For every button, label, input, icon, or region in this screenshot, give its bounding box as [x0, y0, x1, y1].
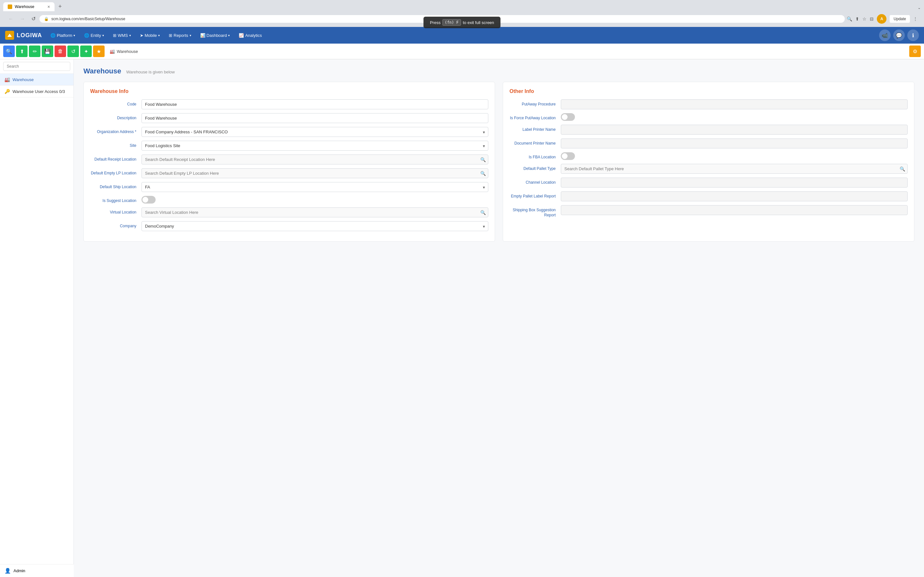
window-controls[interactable]: ⌄ — [918, 5, 921, 10]
logo-text: LOGIWA — [17, 32, 42, 39]
toolbar-edit-button[interactable]: ✏ — [29, 45, 40, 57]
org-address-select[interactable]: Food Company Address - SAN FRANCISCO — [142, 127, 488, 137]
default-pallet-type-input[interactable] — [561, 164, 908, 174]
settings-gear-button[interactable]: ⚙ — [909, 45, 921, 57]
user-avatar[interactable]: A — [877, 14, 887, 24]
video-button[interactable]: 📹 — [879, 29, 891, 41]
browser-nav-controls: ← → ↺ — [6, 13, 37, 25]
sidebar-item-warehouse[interactable]: 🏭 Warehouse — [0, 74, 73, 85]
default-ship-select[interactable]: FA — [142, 182, 488, 192]
forward-button[interactable]: → — [18, 15, 27, 23]
company-select[interactable]: DemoCompany — [142, 221, 488, 231]
nav-dashboard[interactable]: 📊 Dashboard ▾ — [196, 31, 234, 40]
sidebar-user-access-label: Warehouse User Access 0/3 — [13, 89, 65, 94]
logo-area[interactable]: LOGIWA — [5, 31, 42, 40]
label-printer-row: Label Printer Name — [509, 125, 908, 135]
other-info-title: Other Info — [509, 89, 908, 94]
toolbar-move-button[interactable]: ✦ — [80, 45, 92, 57]
page-subtitle: Warehouse is given below — [126, 69, 174, 74]
default-empty-lp-label: Default Empty LP Location — [90, 168, 142, 176]
main-content: Warehouse Warehouse is given below Wareh… — [74, 59, 924, 577]
default-pallet-type-label: Default Pallet Type — [509, 164, 561, 171]
is-suggest-location-row: Is Suggest Location — [90, 196, 488, 203]
bookmark-icon[interactable]: ☆ — [863, 16, 867, 21]
putaway-procedure-label: PutAway Procedure — [509, 99, 561, 107]
description-input[interactable] — [142, 113, 488, 123]
update-button[interactable]: Update — [890, 15, 910, 23]
platform-globe-icon: 🌐 — [50, 33, 55, 38]
is-force-putaway-field — [561, 113, 908, 121]
top-nav: LOGIWA 🌐 Platform ▾ 🌐 Entity ▾ ⊞ WMS ▾ ➤… — [0, 27, 924, 44]
profile-icon[interactable]: ⊟ — [870, 16, 874, 21]
more-options-icon[interactable]: ⋮ — [913, 16, 918, 21]
active-tab[interactable]: Warehouse × — [3, 2, 55, 11]
nav-mobile[interactable]: ➤ Mobile ▾ — [136, 31, 164, 40]
nav-reports[interactable]: ⊞ Reports ▾ — [165, 31, 195, 40]
empty-pallet-label-input[interactable] — [561, 191, 908, 201]
org-address-row: Organization Address * Food Company Addr… — [90, 127, 488, 137]
sidebar-search-area — [0, 59, 73, 74]
nav-analytics-label: Analytics — [245, 33, 262, 38]
new-tab-button[interactable]: + — [56, 2, 65, 11]
tab-close-button[interactable]: × — [47, 4, 50, 9]
default-empty-lp-row: Default Empty LP Location 🔍 — [90, 168, 488, 178]
sidebar-item-warehouse-user-access[interactable]: 🔑 Warehouse User Access 0/3 — [0, 85, 73, 97]
sidebar-user-label: Admin — [13, 568, 25, 573]
reload-button[interactable]: ↺ — [29, 15, 37, 23]
channel-location-label: Channel Location — [509, 177, 561, 185]
toolbar-delete-button[interactable]: 🗑 — [55, 45, 66, 57]
virtual-location-field: 🔍 — [142, 207, 488, 218]
code-input[interactable] — [142, 99, 488, 109]
info-button[interactable]: ℹ — [907, 29, 919, 41]
virtual-location-input[interactable] — [142, 207, 488, 218]
is-fba-location-toggle[interactable] — [561, 152, 575, 160]
putaway-procedure-input[interactable] — [561, 99, 908, 109]
entity-caret-icon: ▾ — [102, 34, 104, 37]
share-icon[interactable]: ⬆ — [855, 16, 859, 21]
breadcrumb-label: Warehouse — [117, 49, 138, 54]
is-force-putaway-toggle[interactable] — [561, 113, 575, 121]
nav-wms[interactable]: ⊞ WMS ▾ — [109, 31, 135, 40]
channel-location-input[interactable] — [561, 177, 908, 187]
is-force-putaway-slider — [561, 113, 575, 121]
back-button[interactable]: ← — [6, 15, 15, 23]
default-receipt-row: Default Receipt Location 🔍 — [90, 155, 488, 164]
chat-button[interactable]: 💬 — [893, 29, 905, 41]
mobile-caret-icon: ▾ — [158, 34, 160, 37]
nav-platform[interactable]: 🌐 Platform ▾ — [47, 31, 79, 40]
is-fba-location-label: Is FBA Location — [509, 152, 561, 160]
toolbar-upload-button[interactable]: ⬆ — [16, 45, 27, 57]
org-address-label: Organization Address * — [90, 127, 142, 135]
company-field: DemoCompany — [142, 221, 488, 231]
nav-entity[interactable]: 🌐 Entity ▾ — [80, 31, 108, 40]
default-receipt-search-icon: 🔍 — [480, 157, 486, 162]
label-printer-field — [561, 125, 908, 135]
label-printer-input[interactable] — [561, 125, 908, 135]
sidebar-search-input[interactable] — [3, 62, 70, 71]
default-receipt-input[interactable] — [142, 155, 488, 164]
channel-location-row: Channel Location — [509, 177, 908, 187]
description-field — [142, 113, 488, 123]
is-suggest-location-toggle[interactable] — [142, 196, 156, 203]
empty-pallet-label-field — [561, 191, 908, 201]
toolbar-save-button[interactable]: 💾 — [42, 45, 53, 57]
fullscreen-prefix: Press — [430, 20, 441, 25]
code-label: Code — [90, 99, 142, 107]
nav-analytics[interactable]: 📈 Analytics — [235, 31, 266, 40]
reports-caret-icon: ▾ — [190, 34, 191, 37]
default-receipt-field: 🔍 — [142, 155, 488, 164]
default-empty-lp-input[interactable] — [142, 168, 488, 178]
warehouse-info-section: Warehouse Info Code Description Organiza… — [83, 82, 495, 242]
shipping-box-input[interactable] — [561, 205, 908, 215]
toolbar-refresh-button[interactable]: ↺ — [67, 45, 79, 57]
site-select[interactable]: Food Logistics Site — [142, 141, 488, 151]
platform-caret-icon: ▾ — [73, 34, 75, 37]
toolbar-search-button[interactable]: 🔍 — [3, 45, 15, 57]
zoom-icon[interactable]: 🔍 — [846, 16, 852, 21]
document-printer-input[interactable] — [561, 139, 908, 148]
is-suggest-location-slider — [142, 196, 156, 203]
is-suggest-location-field — [142, 196, 488, 203]
default-pallet-type-row: Default Pallet Type 🔍 — [509, 164, 908, 174]
toolbar-star-button[interactable]: ★ — [93, 45, 105, 57]
is-fba-location-field — [561, 152, 908, 160]
